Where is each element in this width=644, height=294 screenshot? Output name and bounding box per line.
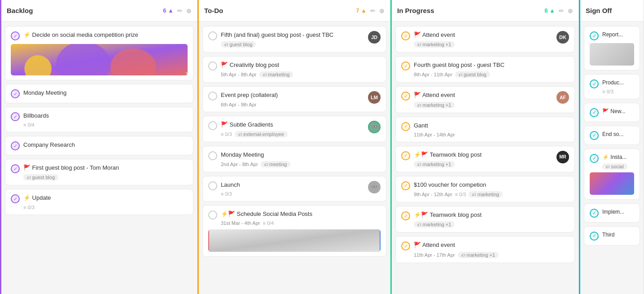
check-todo-3[interactable] [208,92,217,101]
card-so-7[interactable]: Third [584,226,640,246]
column-todo-header: To-Do 7 ▲ ✏ ⊕ [199,0,390,22]
card-todo-7[interactable]: ⚡🚩 Schedule Social Media Posts 31st Mar … [202,205,386,257]
card-todo-6[interactable]: Launch ≡ 0/3 👓 [202,176,386,202]
subtasks-todo-6: ≡ 0/3 [221,191,232,197]
card-so-4[interactable]: End so... [584,126,640,145]
tag-ip-8: marketing +1 [458,252,499,258]
card-todo-3[interactable]: Event prep (collateral) 6th Apr - 9th Ap… [202,86,386,112]
card-so-2[interactable]: Produc... ≡ 0/3 [584,74,640,99]
backlog-move-icon[interactable]: ⊕ [186,7,192,14]
card-ip-2[interactable]: Fourth guest blog post - guest TBC 8th A… [395,56,575,83]
inprogress-move-icon[interactable]: ⊕ [568,7,573,14]
check-ip-4[interactable] [401,122,410,131]
card-todo-2[interactable]: 🚩 Creativity blog post 5th Apr - 8th Apr… [202,56,386,83]
check-todo-6[interactable] [208,181,217,190]
card-ip-3[interactable]: 🚩 Attend event marketing +1 AF [395,86,575,113]
check-ip-3[interactable] [401,92,410,101]
inprogress-title: In Progress [397,7,541,14]
card-todo-1[interactable]: Fifth (and final) guest blog post - gues… [202,26,386,53]
check-ip-6[interactable] [401,181,410,190]
card-title-ip-3: 🚩 Attend event [414,91,553,99]
column-backlog-header: Backlog 6 ▲ ✏ ⊕ [1,0,197,22]
column-signoff-header: Sign Off [580,0,644,22]
check-so-5[interactable] [590,154,599,163]
check-ip-2[interactable] [401,61,410,70]
date-ip-6: 9th Apr - 12th Apr [414,192,452,197]
svg-rect-4 [209,229,380,252]
check-backlog-2[interactable] [11,89,20,98]
check-backlog-4[interactable] [11,141,20,150]
date-ip-4: 11th Apr - 14th Apr [414,132,455,137]
backlog-edit-icon[interactable]: ✏ [177,7,183,14]
card-so-5[interactable]: ⚡ Insta... social [584,149,640,200]
backlog-cards: ⚡ Decide on social media competition pri… [1,22,197,294]
todo-edit-icon[interactable]: ✏ [370,7,376,14]
inprogress-count: 8 ▲ [544,7,555,14]
check-so-4[interactable] [590,131,599,140]
check-so-6[interactable] [590,209,599,218]
card-backlog-4[interactable]: Company Research [5,136,193,155]
card-title-ip-2: Fourth guest blog post - guest TBC [414,61,569,69]
check-backlog-6[interactable] [11,194,20,203]
check-so-1[interactable] [590,31,599,40]
card-so-3[interactable]: 🚩 New... [584,103,640,122]
card-ip-8[interactable]: 🚩 Attend event 11th Apr - 17th Apr marke… [395,236,575,263]
todo-move-icon[interactable]: ⊕ [379,7,385,14]
check-todo-5[interactable] [208,151,217,160]
column-inprogress-header: In Progress 8 ▲ ✏ ⊕ [392,0,578,22]
card-so-1[interactable]: Report... [584,26,640,70]
check-so-2[interactable] [590,79,599,88]
date-ip-8: 11th Apr - 17th Apr [414,252,455,258]
card-ip-1[interactable]: 🚩 Attend event marketing +1 DK [395,26,575,53]
card-todo-5[interactable]: Monday Meeting 2nd Apr - 8th Apr meeting [202,146,386,172]
card-title-so-1: Report... [602,31,634,39]
card-title-todo-5: Monday Meeting [221,151,381,159]
check-so-7[interactable] [590,232,599,241]
so-1-preview [590,43,634,66]
card-backlog-5[interactable]: 🚩 First guest blog post - Tom Moran gues… [5,159,193,185]
card-title-backlog-3: Billboards [23,112,188,120]
card-so-6[interactable]: Implem... [584,203,640,223]
inprogress-edit-icon[interactable]: ✏ [559,7,564,14]
todo-cards: Fifth (and final) guest blog post - gues… [199,22,390,294]
card-ip-6[interactable]: $100 voucher for competion 9th Apr - 12t… [395,176,575,202]
card-backlog-3[interactable]: Billboards ≡ 0/4 [5,107,193,132]
check-backlog-1[interactable] [11,31,20,40]
check-ip-1[interactable] [401,31,410,40]
avatar-todo-1: JD [368,31,381,44]
backlog-title: Backlog [7,7,159,14]
check-ip-7[interactable] [401,211,410,220]
card-ip-4[interactable]: Gantt 11th Apr - 14th Apr [395,117,575,142]
check-ip-8[interactable] [401,241,410,250]
tag-ip-1: marketing +1 [414,41,455,48]
card-title-so-2: Produc... [602,79,634,87]
card-title-so-6: Implem... [602,208,634,216]
check-ip-5[interactable] [401,151,410,160]
check-backlog-5[interactable] [11,164,20,173]
subtasks-ip-6: ≡ 0/3 [455,192,466,197]
card-backlog-2[interactable]: Monday Meeting [5,84,193,103]
date-todo-2: 5th Apr - 8th Apr [221,72,257,77]
check-backlog-3[interactable] [11,112,20,121]
check-todo-1[interactable] [208,31,217,40]
card-todo-4[interactable]: 🚩 Subtle Gradients ≡ 0/3 external-employ… [202,116,386,142]
check-so-3[interactable] [590,108,599,117]
card-ip-5[interactable]: ⚡🚩 Teamwork blog post marketing +1 MR [395,146,575,172]
avatar-ip-5: MR [556,151,569,163]
card-backlog-6[interactable]: ⚡ Update ≡ 0/3 [5,189,193,215]
card-title-ip-4: Gantt [414,122,569,130]
check-todo-7[interactable] [208,211,217,219]
card-backlog-1[interactable]: ⚡ Decide on social media competition pri… [5,26,193,80]
avatar-todo-4: 👓 [368,121,381,133]
signoff-title: Sign Off [586,7,638,14]
avatar-todo-6: 👓 [368,181,381,193]
tag-ip-7: marketing +1 [414,221,455,228]
date-todo-5: 2nd Apr - 8th Apr [221,162,258,167]
card-ip-7[interactable]: ⚡🚩 Teamwork blog post marketing +1 [395,206,575,233]
check-todo-2[interactable] [208,61,217,70]
date-todo-7: 31st Mar - 4th Apr [221,220,260,226]
column-backlog: Backlog 6 ▲ ✏ ⊕ ⚡ Decide on social media… [0,0,197,294]
subtasks-todo-4: ≡ 0/3 [221,132,232,137]
avatar-ip-1: DK [556,31,569,44]
check-todo-4[interactable] [208,121,217,130]
